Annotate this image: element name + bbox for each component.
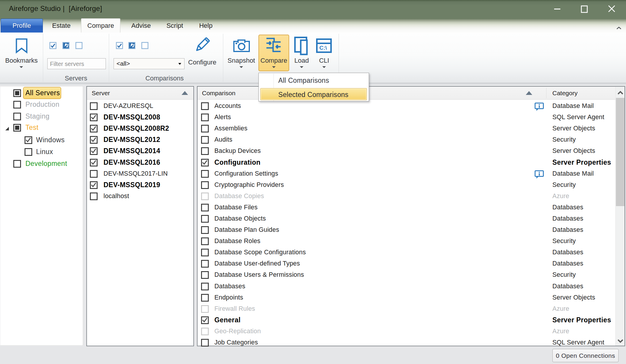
svg-text:C:\: C:\ [319,45,327,51]
